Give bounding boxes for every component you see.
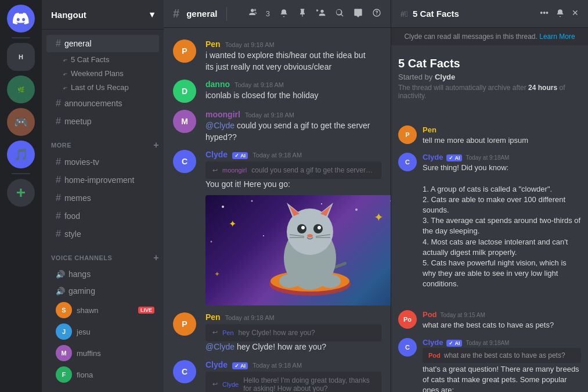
message-content-danno: danno Today at 9:18 AM iconlab is closed…: [205, 80, 381, 103]
timestamp-clyde2: Today at 9:18 AM: [252, 362, 302, 369]
thread-timestamp-clyde-pod: Today at 9:18AM: [466, 340, 509, 346]
channel-item-memes[interactable]: # memes: [46, 189, 159, 207]
svg-point-7: [211, 240, 212, 242]
channel-sidebar: Hangout ▾ # general ⬐ 5 Cat Facts ⬐ Week…: [42, 0, 164, 392]
bell-icon[interactable]: [279, 8, 288, 20]
main-content: # general 3: [164, 0, 391, 392]
message-group-clyde2: C Clyde ✓ AI Today at 9:18 AM ↩ Clyde He…: [164, 358, 391, 392]
thread-panel: #⃣ 5 Cat Facts ••• ✕ Clyde can read all …: [391, 0, 588, 392]
channel-item-meetup[interactable]: # meetup: [46, 113, 159, 130]
message-group-clyde1: C Clyde ✓ AI Today at 9:18 AM ↩ moongirl…: [164, 148, 391, 308]
member-count: 3: [266, 9, 270, 18]
inbox-icon[interactable]: [353, 8, 363, 20]
hash-icon-home: #: [56, 175, 61, 185]
bot-preview-clyde1: ↩ moongirl could you send a gif to get t…: [205, 161, 381, 179]
thread-item-last-of-us[interactable]: ⬐ Last of Us Recap: [46, 81, 159, 94]
server-icon-2[interactable]: 🌿: [7, 75, 35, 103]
message-header-danno: danno Today at 9:18 AM: [205, 80, 381, 89]
discord-home-button[interactable]: [7, 5, 35, 33]
avatar-pen2: P: [173, 312, 196, 336]
svg-text:✦: ✦: [214, 270, 220, 278]
server-icon-3[interactable]: 🎮: [7, 108, 35, 136]
channel-name-meetup: meetup: [64, 117, 92, 126]
message-content-moongirl: moongirl Today at 9:18 AM @Clyde could y…: [205, 110, 381, 143]
speaker-icon: 🔊: [56, 270, 65, 279]
hash-icon-ann: #: [56, 98, 61, 109]
voice-channel-gaming[interactable]: 🔊 gaming: [46, 283, 159, 299]
thread-message-clyde-facts: C Clyde ✓ AI Today at 9:18AM Sure thing!…: [398, 153, 581, 289]
thread-msg-header-clyde-facts: Clyde ✓ AI Today at 9:18AM: [423, 153, 581, 161]
svg-point-36: [320, 274, 341, 288]
svg-text:✦: ✦: [229, 219, 236, 229]
thread-avatar-pen: P: [398, 125, 417, 144]
message-header-clyde2: Clyde ✓ AI Today at 9:18 AM: [205, 360, 381, 369]
channel-item-food[interactable]: # food: [46, 207, 159, 225]
timestamp-danno: Today at 9:18 AM: [235, 81, 284, 88]
thread-more-icon[interactable]: •••: [540, 8, 549, 19]
message-content-pen1: Pen Today at 9:18 AM i wanted to explore…: [205, 39, 381, 73]
timestamp-moongirl: Today at 9:18 AM: [245, 112, 294, 118]
help-icon[interactable]: [372, 8, 381, 20]
thread-timestamp-pod: Today at 9:15 AM: [441, 312, 485, 318]
channel-item-style[interactable]: # style: [46, 225, 159, 243]
thread-item-weekend-plans[interactable]: ⬐ Weekend Plans: [46, 67, 159, 80]
pin-icon[interactable]: [298, 8, 307, 20]
header-divider: [226, 7, 227, 21]
message-text-clyde1: You got it! Here you go:: [205, 179, 381, 190]
learn-more-link[interactable]: Learn More: [539, 33, 575, 41]
thread-icon: ⬐: [63, 56, 67, 63]
channel-item-movies-tv[interactable]: # movies-tv: [46, 153, 159, 171]
thread-avatar-clyde-facts: C: [398, 153, 417, 171]
section-more: MORE +: [42, 131, 164, 153]
username-pen1: Pen: [205, 39, 221, 49]
thread-message-clyde-pod: C Clyde ✓ AI Today at 9:18AM Pod what ar…: [398, 338, 581, 392]
voice-channel-hangs[interactable]: 🔊 hangs: [46, 266, 159, 282]
thread-avatar-clyde-pod: C: [398, 338, 417, 357]
voice-user-fiona[interactable]: F fiona: [46, 364, 159, 385]
thread-close-icon[interactable]: ✕: [572, 8, 579, 19]
message-group-danno: D danno Today at 9:18 AM iconlab is clos…: [164, 77, 391, 105]
voice-user-shawn[interactable]: S shawn LIVE: [46, 300, 159, 321]
avatar-danno: D: [173, 80, 196, 103]
thread-bell-icon[interactable]: [555, 8, 565, 19]
thread-text-pen: tell me more about lorem ipsum: [423, 135, 581, 146]
server-icon-4[interactable]: 🎵: [7, 141, 35, 168]
thread-text-clyde-facts: Sure thing! Did you know: 1. A group of …: [423, 163, 581, 289]
members-icon[interactable]: [247, 8, 257, 20]
message-content-clyde2: Clyde ✓ AI Today at 9:18 AM ↩ Clyde Hell…: [205, 360, 381, 392]
section-voice: VOICE CHANNELS +: [42, 243, 164, 265]
username-clyde2: Clyde: [205, 360, 228, 369]
message-header-pen1: Pen Today at 9:18 AM: [205, 39, 381, 49]
server-icon-hangout[interactable]: H: [7, 43, 35, 71]
server-name: Hangout: [51, 10, 86, 20]
svg-point-28: [301, 226, 305, 229]
hash-icon-memes: #: [56, 193, 61, 203]
thread-item-cat-facts[interactable]: ⬐ 5 Cat Facts: [46, 53, 159, 66]
server-header[interactable]: Hangout ▾: [42, 0, 164, 30]
bot-preview-clyde2: ↩ Clyde Hello there! I'm doing great tod…: [205, 372, 381, 392]
message-text-pen1: i wanted to explore this/hear out the id…: [205, 50, 381, 73]
avatar-muffins: M: [56, 345, 72, 361]
add-member-icon[interactable]: [316, 8, 326, 20]
add-server-button[interactable]: +: [7, 179, 35, 207]
voice-user-jesu[interactable]: J jesu: [46, 321, 159, 342]
avatar-moongirl: M: [173, 110, 196, 133]
message-group-moongirl: M moongirl Today at 9:18 AM @Clyde could…: [164, 107, 391, 145]
message-header-pen2: Pen Today at 9:18 AM: [205, 312, 381, 322]
thread-name-heading: 5 Cat Facts: [398, 57, 581, 70]
message-content-clyde1: Clyde ✓ AI Today at 9:18 AM ↩ moongirl c…: [205, 150, 381, 305]
thread-header: #⃣ 5 Cat Facts ••• ✕: [391, 0, 588, 28]
dropdown-icon: ▾: [150, 9, 154, 20]
server-divider-2: [12, 173, 30, 174]
message-text-moongirl: @Clyde could you send a gif to get the s…: [205, 120, 381, 143]
channel-item-general[interactable]: # general: [46, 35, 159, 52]
message-group-pen1: P Pen Today at 9:18 AM i wanted to explo…: [164, 37, 391, 75]
channel-item-home-improvement[interactable]: # home-improvement: [46, 171, 159, 189]
timestamp-clyde1: Today at 9:18 AM: [252, 152, 302, 159]
thread-notice: Clyde can read all messages in this thre…: [391, 28, 588, 45]
voice-user-muffins[interactable]: M muffins: [46, 343, 159, 364]
search-icon[interactable]: [335, 8, 344, 20]
preview-pod-text: what are the best cats to have as pets?: [444, 351, 565, 359]
channel-item-announcements[interactable]: # announcements: [46, 95, 159, 112]
messages-area: P Pen Today at 9:18 AM i wanted to explo…: [164, 28, 391, 392]
